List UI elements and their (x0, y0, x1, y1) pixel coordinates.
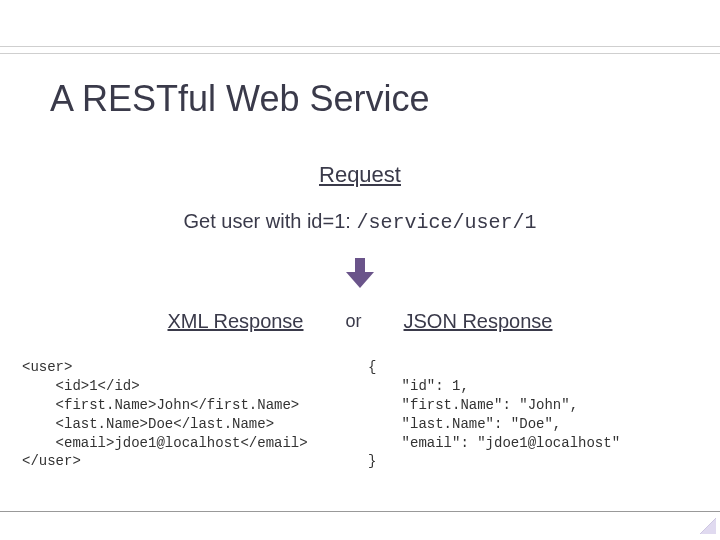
divider-top-2 (0, 53, 720, 54)
svg-rect-0 (355, 258, 365, 272)
code-area: <user> <id>1</id> <first.Name>John</firs… (22, 358, 698, 471)
response-labels-row: XML Response or JSON Response (0, 310, 720, 333)
request-line: Get user with id=1: /service/user/1 (0, 210, 720, 234)
xml-code-block: <user> <id>1</id> <first.Name>John</firs… (22, 358, 360, 471)
divider-bottom (0, 511, 720, 512)
svg-marker-1 (346, 272, 374, 288)
divider-top-1 (0, 46, 720, 47)
json-response-label: JSON Response (404, 310, 553, 333)
section-heading-request: Request (0, 162, 720, 188)
xml-response-label: XML Response (168, 310, 304, 333)
request-prefix: Get user with id=1: (184, 210, 357, 232)
or-label: or (346, 311, 362, 332)
slide: A RESTful Web Service Request Get user w… (0, 0, 720, 540)
request-path: /service/user/1 (356, 211, 536, 234)
page-title: A RESTful Web Service (50, 78, 429, 120)
json-code-block: { "id": 1, "first.Name": "John", "last.N… (360, 358, 706, 471)
page-corner-icon (700, 518, 716, 534)
arrow-down-icon (346, 258, 374, 292)
